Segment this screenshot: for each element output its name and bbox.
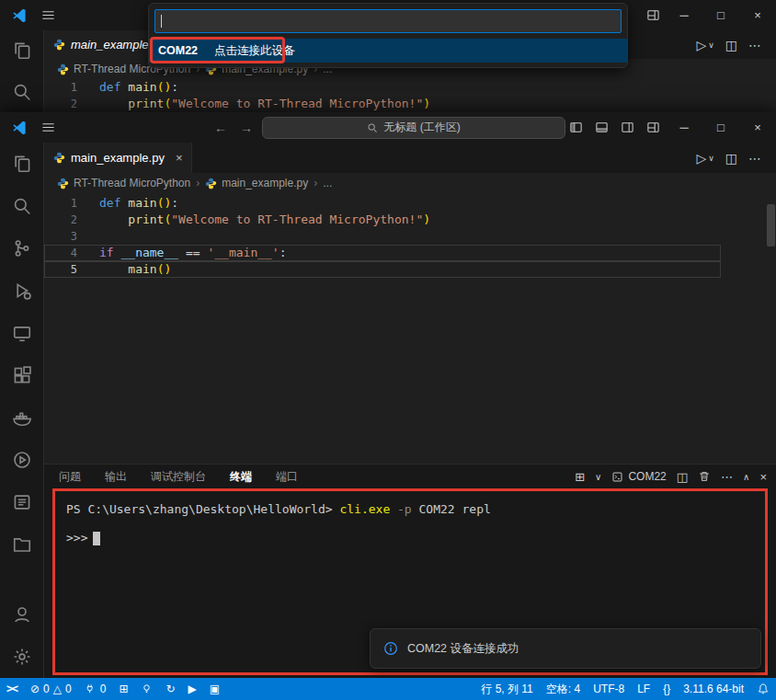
panel-tab-3[interactable]: 调试控制台 <box>151 469 206 485</box>
search-icon <box>367 122 378 133</box>
split-editor-icon[interactable]: ◫ <box>720 151 743 166</box>
run-play-icon[interactable]: ▶ <box>182 678 203 700</box>
line-content: def main(): <box>77 195 178 212</box>
breadcrumb-separator: › <box>314 177 317 189</box>
source-control-icon[interactable] <box>0 227 43 270</box>
tab-main-example[interactable]: main_example.py × <box>44 143 192 173</box>
extensions-icon[interactable] <box>0 354 43 396</box>
panel-tab-5[interactable]: 端口 <box>276 469 298 485</box>
breadcrumb-item[interactable]: ... <box>323 177 332 189</box>
code-editor-top[interactable]: 1def main():2 print("Welcome to RT-Threa… <box>44 79 776 112</box>
search-icon[interactable] <box>0 72 43 113</box>
status-bar: >< ⊘0 △0 0 ⊞ ↻ ▶ ▣ 行 5, 列 11 空格: 4 UTF-8… <box>0 678 776 700</box>
panel-header: 问题输出调试控制台终端端口 ⊞ ∨ COM22 ◫ <box>44 465 776 488</box>
code-line-2[interactable]: 2 print("Welcome to RT-Thread MicroPytho… <box>44 96 776 112</box>
tab-label: main_example.py <box>71 151 165 165</box>
code-line-3[interactable]: 3 <box>44 228 723 245</box>
editor: 1def main():2 print("Welcome to RT-Threa… <box>44 193 776 464</box>
build-grid-icon[interactable]: ⊞ <box>112 678 134 700</box>
settings-gear-icon[interactable] <box>0 636 43 678</box>
account-icon[interactable] <box>0 593 43 636</box>
eol-indicator[interactable]: LF <box>631 678 656 700</box>
stop-icon[interactable]: ▣ <box>203 678 226 700</box>
maximize-panel-icon[interactable]: ∧ <box>743 472 749 482</box>
workspace-title: 无标题 (工作区) <box>383 120 460 135</box>
quickpick-item-com22[interactable]: COM22 点击连接此设备 <box>149 39 627 63</box>
terminal-cursor <box>93 532 100 545</box>
code-editor-main[interactable]: 1def main():2 print("Welcome to RT-Threa… <box>44 195 723 278</box>
notifications-bell-icon[interactable] <box>750 678 776 700</box>
launch-profile-icon[interactable]: ⊞ <box>575 470 585 484</box>
panel-tab-2[interactable]: 输出 <box>105 469 127 485</box>
back-icon[interactable]: ← <box>211 120 231 135</box>
run-button[interactable]: ▷∨ <box>690 151 719 166</box>
problems-indicator[interactable]: ⊘0 △0 <box>24 678 78 700</box>
play-circle-icon[interactable] <box>0 439 43 481</box>
line-number: 4 <box>44 245 77 261</box>
python-file-icon <box>205 178 217 189</box>
panel-tab-4[interactable]: 终端 <box>230 469 252 485</box>
code-line-4[interactable]: 4if __name__ == '__main__': <box>44 245 723 261</box>
code-line-1[interactable]: 1def main(): <box>44 79 776 96</box>
indent-indicator[interactable]: 空格: 4 <box>540 678 587 700</box>
maximize-button[interactable]: □ <box>702 0 739 30</box>
lightbulb-icon[interactable] <box>134 678 159 700</box>
workspace-search-box[interactable]: 无标题 (工作区) <box>262 117 565 139</box>
folder-icon[interactable] <box>0 523 43 566</box>
more-actions-icon[interactable]: ⋯ <box>743 151 767 166</box>
split-terminal-icon[interactable]: ◫ <box>677 470 688 484</box>
breadcrumb-separator: › <box>196 177 200 189</box>
device-plug-indicator[interactable]: 0 <box>78 678 113 700</box>
close-panel-icon[interactable]: × <box>759 470 767 484</box>
customize-layout-icon[interactable] <box>640 0 666 30</box>
line-content: def main(): <box>77 79 178 96</box>
code-line-1[interactable]: 1def main(): <box>44 195 723 212</box>
forward-icon[interactable]: → <box>236 120 257 135</box>
terminal-name: COM22 <box>628 470 666 483</box>
terminal-view[interactable]: PS C:\Users\zhang\Desktop\HelloWorld> cl… <box>52 488 768 675</box>
docker-icon[interactable] <box>0 396 43 439</box>
remote-explorer-icon[interactable] <box>0 312 43 354</box>
output-list-icon[interactable] <box>0 481 43 523</box>
language-mode-icon[interactable]: {} <box>656 678 677 700</box>
info-icon <box>383 641 398 656</box>
activity-bar-top <box>0 30 44 112</box>
explorer-icon[interactable] <box>0 143 43 185</box>
close-button[interactable]: × <box>739 0 776 30</box>
breadcrumb-item[interactable]: main_example.py <box>205 177 308 189</box>
python-interpreter[interactable]: 3.11.6 64-bit <box>677 678 750 700</box>
menu-icon[interactable] <box>35 0 61 30</box>
terminal-instance-com22[interactable]: COM22 <box>611 470 666 483</box>
python-file-icon <box>53 152 65 164</box>
line-content: print("Welcome to RT-Thread MicroPython!… <box>77 212 430 228</box>
main-vscode-window: ← → 无标题 (工作区) ─ <box>0 112 776 678</box>
breadcrumb-item[interactable]: RT-Thread MicroPython <box>57 177 190 189</box>
line-content: if __name__ == '__main__': <box>77 245 287 261</box>
code-line-2[interactable]: 2 print("Welcome to RT-Thread MicroPytho… <box>44 212 723 228</box>
error-icon: ⊘ <box>30 683 40 695</box>
notification-toast[interactable]: COM22 设备连接成功 <box>370 628 761 669</box>
code-line-5[interactable]: 5 main() <box>44 261 723 278</box>
more-actions-icon[interactable]: ⋯ <box>721 470 733 484</box>
panel-tab-1[interactable]: 问题 <box>59 469 81 485</box>
cursor-position[interactable]: 行 5, 列 11 <box>474 678 539 700</box>
sync-icon[interactable]: ↻ <box>159 678 181 700</box>
more-actions-icon[interactable]: ⋯ <box>743 38 767 52</box>
remote-indicator[interactable]: >< <box>0 678 24 700</box>
tab-close-icon[interactable]: × <box>176 151 183 165</box>
quickpick-input[interactable] <box>154 9 622 33</box>
activity-bar-main <box>0 143 44 678</box>
explorer-icon[interactable] <box>0 30 43 72</box>
terminal-command-line: PS C:\Users\zhang\Desktop\HelloWorld> cl… <box>66 500 754 518</box>
search-icon[interactable] <box>0 185 43 227</box>
editor-scrollbar[interactable] <box>767 204 775 247</box>
run-debug-icon[interactable] <box>0 270 43 312</box>
breadcrumb: RT-Thread MicroPython›main_example.py›..… <box>44 173 776 193</box>
encoding-indicator[interactable]: UTF-8 <box>587 678 631 700</box>
launch-profile-chevron-icon[interactable]: ∨ <box>595 472 601 482</box>
line-number: 2 <box>44 212 77 228</box>
kill-terminal-icon[interactable] <box>698 470 711 483</box>
run-button[interactable]: ▷∨ <box>690 38 719 52</box>
split-editor-icon[interactable]: ◫ <box>720 38 743 52</box>
minimize-button[interactable]: ─ <box>666 0 702 30</box>
